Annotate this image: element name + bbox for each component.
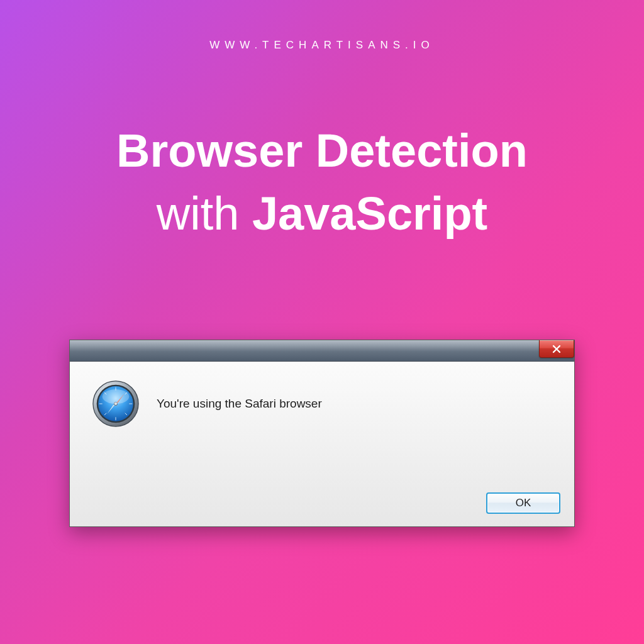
safari-icon xyxy=(90,378,142,430)
page-title: Browser Detection with JavaScript xyxy=(0,119,644,245)
svg-point-14 xyxy=(103,389,130,404)
close-button[interactable] xyxy=(539,340,574,358)
site-url: WWW.TECHARTISANS.IO xyxy=(0,39,644,52)
headline-line2-bold: JavaScript xyxy=(252,187,487,240)
ok-button[interactable]: OK xyxy=(486,492,560,514)
alert-dialog: You're using the Safari browser OK xyxy=(69,340,575,527)
dialog-button-row: OK xyxy=(486,492,560,514)
dialog-message: You're using the Safari browser xyxy=(157,397,322,411)
message-row: You're using the Safari browser xyxy=(85,378,559,430)
close-icon xyxy=(552,344,562,354)
dialog-body: You're using the Safari browser OK xyxy=(70,362,574,526)
headline-line1: Browser Detection xyxy=(116,125,528,177)
dialog-titlebar xyxy=(70,340,574,362)
headline-line2-prefix: with xyxy=(157,187,252,240)
